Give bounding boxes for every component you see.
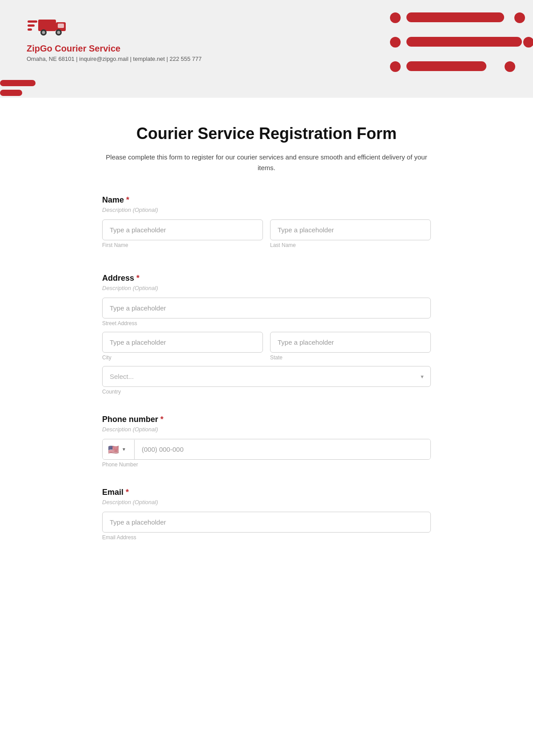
email-label: Email * xyxy=(102,488,431,497)
deco-bottom-left xyxy=(0,80,53,98)
phone-label: Phone number * xyxy=(102,415,431,424)
svg-rect-14 xyxy=(406,37,522,47)
phone-section: Phone number * Description (Optional) 🇺🇸… xyxy=(102,415,431,468)
name-description: Description (Optional) xyxy=(102,207,431,213)
svg-point-16 xyxy=(514,12,525,23)
required-star-address: * xyxy=(136,274,139,283)
phone-row: 🇺🇸 ▼ xyxy=(102,439,431,460)
svg-point-11 xyxy=(390,37,401,48)
logo-area: ZipGo Courier Service Omaha, NE 68101 | … xyxy=(27,13,202,62)
svg-point-18 xyxy=(505,61,515,72)
state-input[interactable] xyxy=(270,332,431,353)
address-label: Address * xyxy=(102,274,431,283)
phone-sublabel: Phone Number xyxy=(102,462,431,468)
phone-field-group: 🇺🇸 ▼ Phone Number xyxy=(102,439,431,468)
svg-rect-0 xyxy=(28,20,37,23)
svg-rect-15 xyxy=(406,61,486,71)
svg-point-7 xyxy=(42,31,45,34)
logo-icon xyxy=(27,13,67,40)
city-state-row: City State xyxy=(102,332,431,366)
last-name-input[interactable] xyxy=(270,219,431,240)
state-group: State xyxy=(270,332,431,361)
svg-rect-5 xyxy=(58,24,64,28)
svg-rect-1 xyxy=(28,24,35,27)
phone-description: Description (Optional) xyxy=(102,426,431,433)
street-address-sublabel: Street Address xyxy=(102,320,431,326)
form-container: Courier Service Registration Form Please… xyxy=(84,124,449,541)
company-info: Omaha, NE 68101 | inquire@zipgo.mail | t… xyxy=(27,56,202,62)
deco-right xyxy=(382,0,533,80)
header: ZipGo Courier Service Omaha, NE 68101 | … xyxy=(0,0,533,98)
last-name-group: Last Name xyxy=(270,219,431,248)
svg-point-12 xyxy=(390,61,401,72)
company-name: ZipGo Courier Service xyxy=(27,44,202,54)
phone-input[interactable] xyxy=(135,439,430,459)
country-group: Select... United States Canada United Ki… xyxy=(102,366,431,395)
svg-rect-3 xyxy=(38,20,56,31)
required-star-email: * xyxy=(126,488,129,497)
email-sublabel: Email Address xyxy=(102,534,431,541)
first-name-sublabel: First Name xyxy=(102,242,263,248)
country-select[interactable]: Select... United States Canada United Ki… xyxy=(102,366,431,387)
svg-rect-2 xyxy=(28,28,32,31)
form-title: Courier Service Registration Form xyxy=(102,124,431,143)
city-group: City xyxy=(102,332,263,361)
country-sublabel: Country xyxy=(102,389,431,395)
first-name-input[interactable] xyxy=(102,219,263,240)
name-section: Name * Description (Optional) First Name… xyxy=(102,195,431,254)
city-input[interactable] xyxy=(102,332,263,353)
us-flag-icon: 🇺🇸 xyxy=(108,444,119,455)
country-select-wrapper: Select... United States Canada United Ki… xyxy=(102,366,431,387)
state-sublabel: State xyxy=(270,354,431,361)
required-star: * xyxy=(126,195,129,204)
first-name-group: First Name xyxy=(102,219,263,248)
form-description: Please complete this form to register fo… xyxy=(102,152,431,173)
email-input[interactable] xyxy=(102,512,431,533)
svg-point-17 xyxy=(523,37,533,48)
street-address-input[interactable] xyxy=(102,298,431,318)
chevron-down-icon: ▼ xyxy=(122,447,126,452)
required-star-phone: * xyxy=(160,415,163,424)
name-field-row: First Name Last Name xyxy=(102,219,431,254)
email-field-group: Email Address xyxy=(102,512,431,541)
address-section: Address * Description (Optional) Street … xyxy=(102,274,431,395)
svg-rect-13 xyxy=(406,12,504,22)
address-description: Description (Optional) xyxy=(102,285,431,291)
phone-country-selector[interactable]: 🇺🇸 ▼ xyxy=(103,440,135,459)
svg-point-10 xyxy=(390,12,401,23)
street-address-group: Street Address xyxy=(102,298,431,326)
name-label: Name * xyxy=(102,195,431,205)
last-name-sublabel: Last Name xyxy=(270,242,431,248)
svg-point-9 xyxy=(57,31,60,34)
email-section: Email * Description (Optional) Email Add… xyxy=(102,488,431,541)
email-description: Description (Optional) xyxy=(102,499,431,505)
city-sublabel: City xyxy=(102,354,263,361)
svg-rect-20 xyxy=(0,90,22,96)
svg-rect-19 xyxy=(0,80,36,86)
